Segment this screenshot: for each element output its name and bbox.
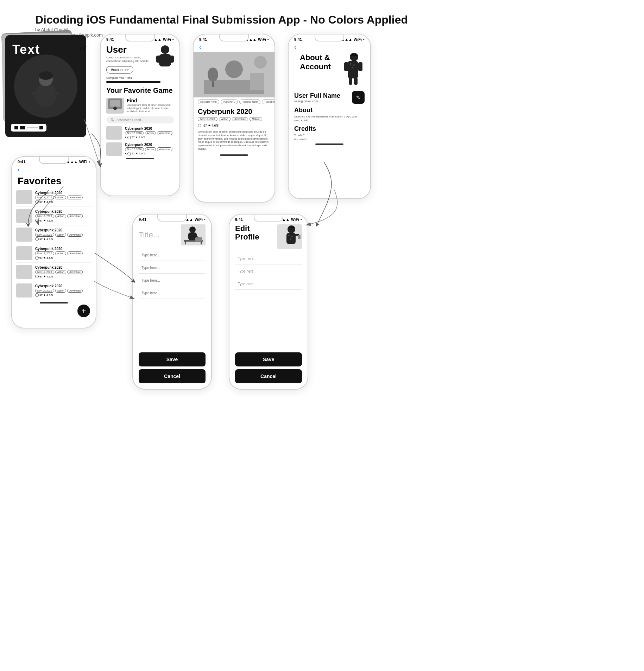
wifi-icon-5: WiFi [195,217,203,222]
svg-rect-11 [110,100,120,107]
fav-img-2 [16,228,32,242]
cursor-hand-icon: ☞ [79,42,88,54]
meta-tag-mature: Mature [250,117,262,121]
fav-shield-3 [35,256,39,260]
fav-rate-text-4: 97 ★ 4.6/5 [39,275,53,278]
phone5-field-0[interactable] [139,250,206,261]
wifi-icon: WiFi [163,37,171,41]
fav-info-3: Cyberpunk 2020 Nov 12, 2020 Action Adven… [35,247,91,260]
phone5-status-icons: ▲▲▲ WiFi ▪ [182,217,206,222]
phone6-field-0[interactable] [235,253,302,264]
tag-date-0: Nov 12, 2020 [125,131,144,135]
page-title: Dicoding iOS Fundamental Final Submissio… [35,13,408,26]
phone5-field-1[interactable] [139,262,206,274]
phone1-search-placeholder: Assassin's Creed... [116,118,144,122]
svg-rect-16 [250,73,264,90]
svg-rect-20 [348,61,358,78]
phone1-profile: Complete You Profile [106,76,174,83]
phone2-hero-img [194,52,274,97]
phone3-back-btn[interactable]: ‹ [289,43,370,52]
shield-icon-1 [127,152,131,155]
fav-item-2[interactable]: Cyberpunk 2020 Nov 12, 2020 Action Adven… [16,225,91,244]
phone3-edit-btn[interactable]: ✎ [352,91,365,104]
fav-title-5: Cyberpunk 2020 [35,284,91,288]
fav-rating-2: 97 ★ 4.6/5 [35,237,91,241]
fav-tag-date-5: Nov 12, 2020 [35,289,54,293]
fav-title-4: Cyberpunk 2020 [35,266,91,269]
phone1-find-text: Find Lorem ipsum dolor sit amet, consect… [127,98,174,113]
signal-icon-5: ▲▲▲ [182,217,193,222]
phone1-account-btn[interactable]: Account >> [106,66,133,74]
phone2-back-btn[interactable]: ‹ [194,43,274,52]
phone-edit-profile: 9:41 ▲▲▲ WiFi ▪ EditProfile [229,214,308,390]
phone5-field-2[interactable] [139,275,206,286]
phone1-status-icons: ▲▲▲ WiFi ▪ [150,37,174,41]
phone4-list: Cyberpunk 2020 Nov 12, 2020 Action Adven… [12,188,96,300]
fav-rate-text-3: 97 ★ 4.6/5 [39,256,53,260]
phone5-field-3[interactable] [139,288,206,299]
game-info-0: Cyberpunk 2020 Nov 12, 2020 Action Adven… [125,127,174,139]
tag-date-1: Nov 12, 2020 [125,147,144,151]
hero-img-svg [194,52,274,97]
phone6-form [229,250,308,294]
phone6-cancel-btn[interactable]: Cancel [235,369,302,383]
fav-img-1 [16,209,32,223]
phone1-user-title: User [106,44,156,55]
left-main-card: Text [5,35,86,137]
phone3-credits-title: Credits [289,122,370,133]
battery-icon-3: ▪ [363,37,365,41]
fav-tag-action-0: Action [55,196,66,199]
svg-point-13 [225,60,243,78]
fav-img-0 [16,190,32,204]
phone1-find-img [106,98,124,114]
phone2-status-bar: 9:41 ▲▲▲ WiFi ▪ [194,34,274,43]
svg-point-15 [254,56,267,69]
fav-tag-action-2: Action [55,233,66,237]
phone6-field-2[interactable] [235,279,302,290]
battery-icon-2: ▪ [267,37,269,41]
phone3-about-text: Dicoding iOS Fundamental Submission 1 Ap… [289,115,370,122]
phone1-game-1[interactable]: Cyberpunk 2020 Nov 12, 2020 Action Adven… [106,142,174,156]
phone1-hero-svg [156,44,174,69]
fav-rate-text-1: 97 ★ 4.6/5 [39,219,53,222]
fav-item-4[interactable]: Cyberpunk 2020 Nov 12, 2020 Action Adven… [16,263,91,281]
phone5-save-btn[interactable]: Save [139,352,206,366]
svg-rect-18 [212,82,214,87]
svg-point-22 [353,64,355,66]
signal-icon-2: ▲▲▲ [245,37,257,41]
fav-shield-2 [35,237,39,241]
phone4-fab[interactable]: + [77,305,90,317]
fav-item-1[interactable]: Cyberpunk 2020 Nov 12, 2020 Action Adven… [16,207,91,225]
fav-item-0[interactable]: Cyberpunk 2020 Nov 12, 2020 Action Adven… [16,188,91,207]
fav-tag-adv-0: Adventure [67,196,83,199]
phone1-find-desc: Lorem ipsum dolor sit amet, consectetur … [127,103,174,113]
phone6-save-btn[interactable]: Save [235,352,302,366]
home-indicator-4 [40,302,68,303]
toolbar-square-2 [20,126,25,129]
phone5-btns: Save Cancel [133,352,211,389]
phone3-credits-text: To who?For what? [289,133,370,141]
fav-item-3[interactable]: Cyberpunk 2020 Nov 12, 2020 Action Adven… [16,244,91,263]
phone1-game-0[interactable]: Cyberpunk 2020 Nov 12, 2020 Action Adven… [106,126,174,140]
phone3-hero-area: About & Account [289,52,370,88]
phone5-cancel-btn[interactable]: Cancel [139,369,206,383]
phone1-find-section: Find Lorem ipsum dolor sit amet, consect… [106,98,174,114]
phone1-find-title: Find [127,98,174,103]
shield-icon-0 [127,136,131,139]
fav-item-5[interactable]: Cyberpunk 2020 Nov 12, 2020 Action Adven… [16,281,91,300]
fav-tags-0: Nov 12, 2020 Action Adventure [35,196,91,199]
phone2-game-title: Cyberpunk 2020 [194,106,274,116]
phone2-desc: Lorem ipsum dolor sit amet, consectetur … [194,129,274,152]
phone3-email: user@gmail.com [294,100,340,103]
phone6-field-1[interactable] [235,266,302,277]
phone1-search[interactable]: 🔍 Assassin's Creed... [106,116,174,123]
left-inner-circle [14,55,77,118]
phone3-illus-svg [336,52,365,87]
phone3-user-row: User Full Name user@gmail.com ✎ [289,88,370,104]
svg-rect-29 [185,242,186,244]
svg-rect-33 [195,237,202,241]
phone4-back-btn[interactable]: ‹ [12,165,96,174]
pub-tag-1: Publisher 2 [221,100,238,104]
fav-title-2: Cyberpunk 2020 [35,228,91,232]
svg-rect-26 [349,78,352,85]
